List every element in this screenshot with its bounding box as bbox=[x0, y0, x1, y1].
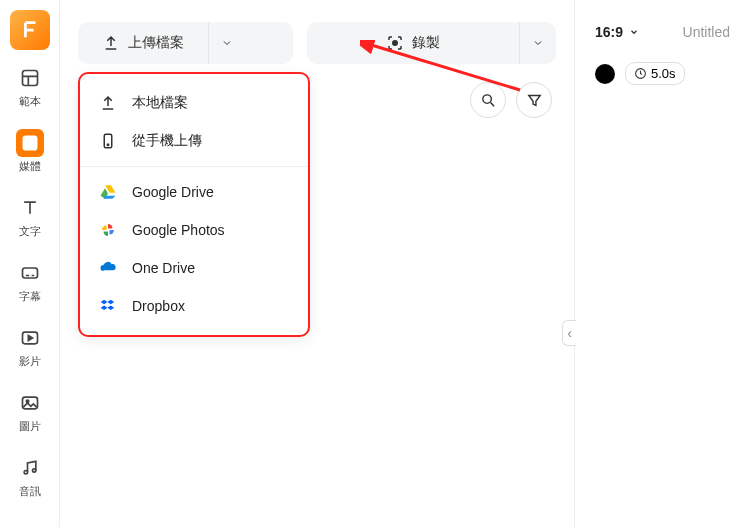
search-icon bbox=[480, 92, 497, 109]
menu-mobile-upload[interactable]: 從手機上傳 bbox=[80, 122, 308, 160]
nav-media[interactable]: 媒體 bbox=[0, 123, 59, 180]
aspect-ratio-selector[interactable]: 16:9 bbox=[595, 24, 639, 40]
filter-button[interactable] bbox=[516, 82, 552, 118]
upload-dropdown-menu: 本地檔案 從手機上傳 Google Drive Google Photos O bbox=[78, 72, 310, 337]
chevron-down-icon bbox=[629, 27, 639, 37]
nav-label: 影片 bbox=[19, 354, 41, 369]
svg-point-9 bbox=[482, 94, 491, 103]
nav-video[interactable]: 影片 bbox=[0, 318, 59, 375]
subtitle-icon bbox=[16, 259, 44, 287]
svg-point-11 bbox=[107, 144, 109, 146]
main-area: 上傳檔案 錄製 本地檔案 bbox=[60, 0, 575, 527]
menu-label: Google Photos bbox=[132, 222, 225, 238]
svg-point-7 bbox=[32, 469, 35, 472]
menu-divider bbox=[80, 166, 308, 167]
upload-dropdown-toggle[interactable] bbox=[208, 22, 245, 64]
menu-label: Dropbox bbox=[132, 298, 185, 314]
menu-one-drive[interactable]: One Drive bbox=[80, 249, 308, 287]
templates-icon bbox=[16, 64, 44, 92]
app-logo[interactable] bbox=[10, 10, 50, 50]
menu-local-file[interactable]: 本地檔案 bbox=[80, 84, 308, 122]
text-icon bbox=[16, 194, 44, 222]
record-button[interactable]: 錄製 bbox=[307, 22, 519, 64]
google-photos-icon bbox=[98, 220, 118, 240]
nav-audio[interactable]: 音訊 bbox=[0, 448, 59, 505]
svg-rect-4 bbox=[22, 397, 37, 409]
nav-label: 文字 bbox=[19, 224, 41, 239]
chevron-down-icon bbox=[221, 37, 233, 49]
duration-pill[interactable]: 5.0s bbox=[625, 62, 685, 85]
right-panel: 16:9 Untitled 5.0s bbox=[575, 0, 750, 527]
phone-icon bbox=[98, 131, 118, 151]
record-label: 錄製 bbox=[412, 34, 440, 52]
menu-google-photos[interactable]: Google Photos bbox=[80, 211, 308, 249]
filter-icon bbox=[526, 92, 543, 109]
menu-label: 從手機上傳 bbox=[132, 132, 202, 150]
clock-icon bbox=[634, 67, 647, 80]
upload-button-group: 上傳檔案 bbox=[78, 22, 293, 64]
upload-icon bbox=[98, 93, 118, 113]
svg-rect-2 bbox=[22, 268, 37, 278]
svg-point-6 bbox=[24, 471, 27, 474]
onedrive-icon bbox=[98, 258, 118, 278]
image-icon bbox=[16, 389, 44, 417]
nav-label: 圖片 bbox=[19, 419, 41, 434]
nav-label: 範本 bbox=[19, 94, 41, 109]
project-title[interactable]: Untitled bbox=[683, 24, 730, 40]
toolbar: 上傳檔案 錄製 bbox=[78, 22, 556, 64]
video-icon bbox=[16, 324, 44, 352]
nav-label: 字幕 bbox=[19, 289, 41, 304]
nav-text[interactable]: 文字 bbox=[0, 188, 59, 245]
search-button[interactable] bbox=[470, 82, 506, 118]
upload-label: 上傳檔案 bbox=[128, 34, 184, 52]
scene-thumbnail[interactable] bbox=[595, 64, 615, 84]
menu-label: Google Drive bbox=[132, 184, 214, 200]
svg-point-8 bbox=[393, 41, 398, 46]
sidebar: 範本 媒體 文字 字幕 影片 圖片 音訊 bbox=[0, 0, 60, 527]
panel-header: 16:9 Untitled bbox=[589, 14, 736, 52]
record-button-group: 錄製 bbox=[307, 22, 556, 64]
aspect-value: 16:9 bbox=[595, 24, 623, 40]
record-icon bbox=[386, 34, 404, 52]
nav-subtitle[interactable]: 字幕 bbox=[0, 253, 59, 310]
upload-icon bbox=[102, 34, 120, 52]
nav-image[interactable]: 圖片 bbox=[0, 383, 59, 440]
menu-dropbox[interactable]: Dropbox bbox=[80, 287, 308, 325]
media-icon bbox=[16, 129, 44, 157]
upload-button[interactable]: 上傳檔案 bbox=[78, 22, 208, 64]
dropbox-icon bbox=[98, 296, 118, 316]
nav-label: 音訊 bbox=[19, 484, 41, 499]
record-dropdown-toggle[interactable] bbox=[519, 22, 556, 64]
panel-collapse-handle[interactable]: ‹ bbox=[562, 320, 576, 346]
audio-icon bbox=[16, 454, 44, 482]
google-drive-icon bbox=[98, 182, 118, 202]
chevron-down-icon bbox=[532, 37, 544, 49]
svg-rect-0 bbox=[22, 71, 37, 86]
menu-google-drive[interactable]: Google Drive bbox=[80, 173, 308, 211]
duration-value: 5.0s bbox=[651, 66, 676, 81]
menu-label: One Drive bbox=[132, 260, 195, 276]
timeline-row[interactable]: 5.0s bbox=[589, 52, 736, 95]
nav-templates[interactable]: 範本 bbox=[0, 58, 59, 115]
menu-label: 本地檔案 bbox=[132, 94, 188, 112]
nav-label: 媒體 bbox=[19, 159, 41, 174]
